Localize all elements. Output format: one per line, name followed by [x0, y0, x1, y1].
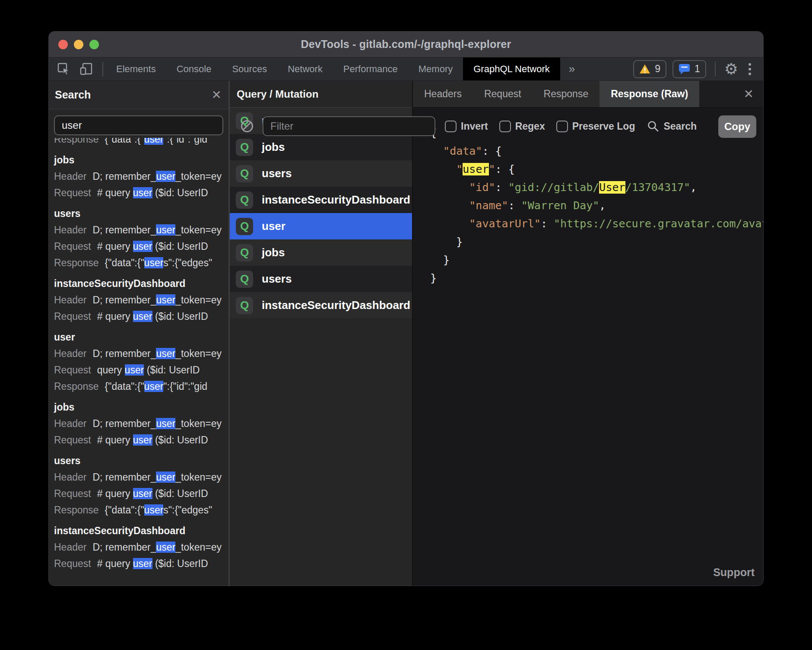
query-item-users[interactable]: Qusers: [230, 160, 412, 187]
search-result-section: usersHeaderD; remember_user_token=eyRequ…: [54, 452, 228, 518]
inspect-element-icon[interactable]: [56, 61, 72, 77]
warnings-badge[interactable]: 9: [633, 60, 666, 78]
search-command[interactable]: Search: [647, 120, 697, 132]
json-token: [430, 163, 456, 175]
result-text: # query: [97, 558, 133, 569]
devtools-toolbar: ElementsConsoleSourcesNetworkPerformance…: [49, 57, 763, 81]
result-text: D; remember_: [92, 418, 156, 429]
customize-menu-icon[interactable]: [744, 63, 755, 75]
search-result-line[interactable]: Request# query user ($id: UserID: [54, 185, 228, 201]
query-item-instanceSecurityDashboard[interactable]: QinstanceSecurityDashboard: [230, 292, 412, 319]
search-result-line[interactable]: Request# query user ($id: UserID: [54, 432, 228, 448]
checkbox-box[interactable]: [556, 121, 568, 132]
devtools-tab-graphql-network[interactable]: GraphQL Network: [463, 57, 560, 80]
devtools-tab-elements[interactable]: Elements: [106, 57, 166, 80]
checkbox-box[interactable]: [499, 121, 511, 132]
match-highlight: user: [144, 257, 164, 268]
zoom-window-button[interactable]: [89, 40, 99, 49]
toolbar-divider: [102, 62, 103, 76]
search-result-line[interactable]: HeaderD; remember_user_token=ey: [54, 415, 228, 432]
result-text: ":{"id":"gid: [163, 381, 207, 392]
search-result-title[interactable]: jobs: [54, 399, 228, 415]
search-result-title[interactable]: users: [54, 452, 228, 469]
search-result-line[interactable]: Request# query user ($id: UserID: [54, 308, 228, 325]
search-result-line[interactable]: HeaderD; remember_user_token=ey: [54, 168, 228, 185]
clear-filter-icon[interactable]: [241, 120, 253, 132]
filter-input[interactable]: [263, 116, 435, 136]
json-token: "gid://gitlab/: [508, 181, 599, 194]
result-text: # query: [97, 241, 133, 252]
search-result-line[interactable]: Request# query user ($id: UserID: [54, 485, 228, 502]
result-text: ($id: UserID: [152, 241, 208, 252]
search-result-line[interactable]: Request# query user ($id: UserID: [54, 555, 228, 572]
result-text: D; remember_: [92, 348, 156, 359]
result-text: D; remember_: [92, 224, 156, 236]
device-toolbar-icon[interactable]: [78, 61, 95, 77]
match-highlight: user: [156, 224, 175, 236]
filter-bar: InvertRegexPreserve Log Search: [231, 112, 763, 140]
support-link[interactable]: Support: [713, 566, 755, 579]
search-input[interactable]: [54, 115, 223, 135]
detail-tab-response-raw[interactable]: Response (Raw): [599, 81, 699, 107]
devtools-tab-console[interactable]: Console: [166, 57, 222, 80]
detail-tab-strip: HeadersRequestResponseResponse (Raw) ✕: [413, 81, 763, 108]
search-result-title[interactable]: user: [54, 329, 228, 345]
close-detail-panel-icon[interactable]: ✕: [744, 88, 763, 100]
devtools-tab-sources[interactable]: Sources: [222, 57, 277, 80]
detail-tab-request[interactable]: Request: [473, 81, 533, 107]
search-result-line[interactable]: HeaderD; remember_user_token=ey: [54, 469, 228, 485]
more-tabs-chevron-icon[interactable]: »: [560, 57, 584, 80]
search-result-line[interactable]: HeaderD; remember_user_token=ey: [54, 539, 228, 555]
query-item-instanceSecurityDashboard[interactable]: QinstanceSecurityDashboard: [230, 187, 412, 213]
query-item-user[interactable]: Quser: [230, 213, 412, 239]
search-result-title[interactable]: instanceSecurityDashboard: [54, 275, 228, 292]
search-result-line[interactable]: HeaderD; remember_user_token=ey: [54, 292, 228, 308]
query-item-users[interactable]: Qusers: [230, 266, 412, 292]
json-token: "data": [443, 145, 482, 157]
checkbox-regex[interactable]: Regex: [499, 121, 545, 132]
checkbox-box[interactable]: [445, 121, 457, 132]
result-text: D; remember_: [92, 171, 156, 182]
json-token: "avatarUrl": [469, 217, 541, 230]
result-text: s":{"edges": [163, 504, 212, 516]
search-result-line[interactable]: Response{"data":{"users":{"edges": [54, 502, 228, 518]
search-result-section: instanceSecurityDashboardHeaderD; rememb…: [54, 275, 228, 325]
query-type-badge: Q: [236, 244, 253, 261]
result-text: # query: [97, 488, 133, 499]
checkbox-preserve-log[interactable]: Preserve Log: [556, 121, 635, 132]
checkbox-invert[interactable]: Invert: [445, 121, 488, 132]
match-highlight: user: [156, 171, 175, 182]
issues-badge[interactable]: 1: [672, 60, 706, 78]
search-result-title[interactable]: users: [54, 205, 228, 222]
result-text: D; remember_: [92, 542, 156, 553]
detail-tab-response[interactable]: Response: [533, 81, 600, 107]
json-line: "id": "gid://gitlab/User/13704317",: [430, 178, 763, 197]
search-result-title[interactable]: instanceSecurityDashboard: [54, 523, 228, 539]
search-result-line[interactable]: Response{"data":{"user":{"id":"gid: [54, 138, 228, 147]
result-text: ($id: UserID: [144, 364, 200, 376]
match-highlight: user: [133, 187, 152, 198]
query-item-jobs[interactable]: Qjobs: [230, 239, 412, 266]
devtools-tab-memory[interactable]: Memory: [408, 57, 463, 80]
devtools-tab-network[interactable]: Network: [277, 57, 333, 80]
search-result-line[interactable]: HeaderD; remember_user_token=ey: [54, 345, 228, 362]
json-token: [430, 199, 469, 212]
close-window-button[interactable]: [58, 40, 68, 49]
result-text: _token=ey: [175, 294, 222, 306]
devtools-tab-performance[interactable]: Performance: [333, 57, 408, 80]
json-token: [430, 217, 469, 230]
minimize-window-button[interactable]: [74, 40, 83, 49]
search-result-line[interactable]: Requestquery user ($id: UserID: [54, 362, 228, 378]
search-result-line[interactable]: Response{"data":{"user":{"id":"gid: [54, 378, 228, 395]
settings-gear-icon[interactable]: ⚙: [724, 61, 738, 77]
query-item-label: instanceSecurityDashboard: [262, 299, 410, 312]
detail-tab-headers[interactable]: Headers: [413, 81, 473, 107]
search-result-title[interactable]: jobs: [54, 152, 228, 168]
title-bar: DevTools - gitlab.com/-/graphql-explorer: [49, 32, 763, 57]
close-search-panel-icon[interactable]: ✕: [212, 89, 222, 101]
result-line-label: Request: [54, 187, 91, 198]
search-result-line[interactable]: Request# query user ($id: UserID: [54, 238, 228, 255]
search-result-line[interactable]: Response{"data":{"users":{"edges": [54, 255, 228, 271]
match-highlight: user: [133, 434, 152, 446]
search-result-line[interactable]: HeaderD; remember_user_token=ey: [54, 222, 228, 238]
